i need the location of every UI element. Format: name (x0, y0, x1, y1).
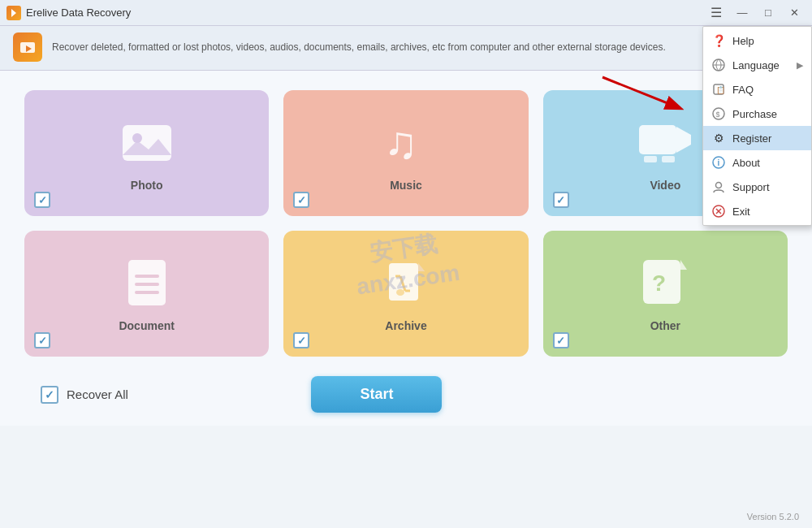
exit-icon (711, 204, 726, 219)
hamburger-menu-button[interactable]: ☰ (705, 4, 728, 22)
exit-label: Exit (732, 206, 750, 218)
music-icon: ♫ (378, 115, 434, 172)
main-content: Photo ♫ Music Video (0, 71, 812, 426)
svg-marker-20 (680, 260, 687, 270)
help-label: Help (732, 35, 754, 47)
category-card-other[interactable]: ? Other (543, 231, 788, 357)
support-icon (711, 180, 726, 194)
svg-rect-13 (135, 283, 159, 286)
music-label: Music (390, 179, 422, 192)
title-bar-right: ☰ — □ ✕ (705, 4, 806, 22)
title-bar: Erelive Data Recovery ☰ — □ ✕ (0, 0, 812, 26)
svg-rect-14 (135, 291, 159, 294)
menu-item-purchase[interactable]: $ Purchase (703, 102, 811, 126)
menu-item-language[interactable]: Language ▶ (703, 53, 811, 77)
language-icon (711, 58, 726, 72)
recover-all-label: Recover All (67, 387, 128, 401)
help-icon: ❓ (711, 33, 726, 48)
svg-marker-17 (418, 263, 425, 271)
archive-checkbox[interactable] (293, 332, 309, 348)
app-logo (13, 32, 42, 62)
archive-icon (378, 256, 434, 313)
svg-text:$: $ (716, 110, 720, 119)
app-icon (6, 6, 21, 20)
music-checkbox[interactable] (293, 192, 309, 208)
faq-label: FAQ (732, 84, 754, 96)
support-label: Support (732, 181, 770, 193)
language-arrow: ▶ (797, 60, 803, 71)
category-grid: Photo ♫ Music Video (24, 90, 788, 357)
svg-marker-0 (11, 9, 16, 17)
svg-text:?: ? (652, 270, 666, 296)
menu-item-support[interactable]: Support (703, 175, 811, 199)
app-description: Recover deleted, formatted or lost photo… (52, 41, 666, 54)
svg-rect-3 (123, 125, 171, 161)
title-bar-left: Erelive Data Recovery (6, 6, 131, 20)
faq-icon: 📋 (711, 82, 726, 97)
recover-all-wrap[interactable]: Recover All (41, 386, 128, 404)
video-label: Video (650, 179, 680, 192)
purchase-icon: $ (711, 106, 726, 121)
video-checkbox[interactable] (553, 192, 569, 208)
svg-marker-8 (676, 127, 691, 153)
document-checkbox[interactable] (34, 332, 50, 348)
close-button[interactable]: ✕ (783, 4, 806, 22)
svg-text:📋: 📋 (716, 85, 725, 95)
photo-icon (119, 115, 175, 172)
other-checkbox[interactable] (553, 332, 569, 348)
menu-item-faq[interactable]: 📋 FAQ (703, 77, 811, 102)
recover-all-checkbox[interactable] (41, 386, 58, 404)
language-label: Language (732, 59, 780, 71)
register-label: Register (732, 132, 771, 145)
category-card-archive[interactable]: Archive (283, 231, 528, 357)
archive-label: Archive (385, 319, 426, 332)
svg-rect-12 (135, 275, 159, 278)
bottom-row: Recover All Start (24, 376, 788, 413)
category-card-photo[interactable]: Photo (24, 90, 269, 216)
menu-item-register[interactable]: ⚙ Register (703, 126, 811, 150)
app-header: Recover deleted, formatted or lost photo… (0, 26, 812, 71)
about-icon: i (711, 155, 726, 170)
svg-point-29 (716, 183, 722, 188)
minimize-button[interactable]: — (731, 4, 754, 22)
other-label: Other (650, 319, 680, 332)
dropdown-menu: ❓ Help Language ▶ 📋 FAQ $ Purchase ⚙ Reg… (702, 26, 812, 226)
start-button[interactable]: Start (311, 376, 442, 413)
document-label: Document (119, 319, 174, 332)
svg-text:i: i (718, 158, 720, 167)
category-card-document[interactable]: Document (24, 231, 269, 357)
svg-rect-9 (644, 156, 657, 162)
maximize-button[interactable]: □ (757, 4, 780, 22)
document-icon (119, 256, 175, 313)
svg-rect-15 (389, 263, 418, 301)
svg-rect-7 (639, 125, 676, 154)
category-card-music[interactable]: ♫ Music (283, 90, 528, 216)
svg-rect-10 (662, 156, 675, 162)
other-icon: ? (637, 256, 693, 313)
svg-text:♫: ♫ (384, 117, 418, 168)
version-text: Version 5.2.0 (747, 512, 799, 522)
photo-label: Photo (131, 179, 163, 192)
window-title: Erelive Data Recovery (26, 6, 131, 19)
svg-point-18 (396, 289, 404, 296)
video-icon (637, 115, 693, 172)
menu-item-about[interactable]: i About (703, 150, 811, 175)
register-icon: ⚙ (711, 131, 726, 145)
purchase-label: Purchase (732, 108, 777, 120)
menu-item-help[interactable]: ❓ Help (703, 28, 811, 53)
photo-checkbox[interactable] (34, 192, 50, 208)
menu-item-exit[interactable]: Exit (703, 199, 811, 223)
about-label: About (732, 157, 760, 169)
